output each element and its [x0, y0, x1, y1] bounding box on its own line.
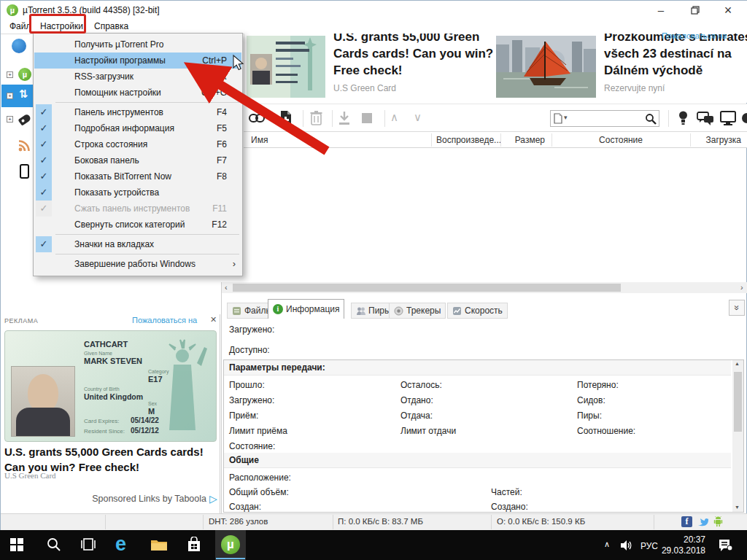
column-status[interactable]: Состояние [551, 135, 690, 145]
expander-plus-icon[interactable]: + [7, 71, 13, 78]
tab-label: Информация [286, 304, 339, 314]
search-input[interactable] [573, 112, 637, 125]
stop-button[interactable] [361, 112, 373, 124]
start-button[interactable] [10, 538, 23, 551]
notification-center-icon[interactable] [718, 538, 732, 552]
total-size-label: Общий объём: [229, 487, 289, 497]
tab-information[interactable]: i Информация [268, 299, 344, 319]
close-button[interactable]: × [716, 1, 740, 20]
column-size[interactable]: Размер [504, 135, 545, 145]
remote-lightbulb-icon[interactable] [678, 111, 688, 125]
taskbar-utorrent-icon[interactable]: µ [221, 535, 240, 554]
ad-headline[interactable]: U.S. grants 55,000 Green Cards cards! Ca… [4, 444, 217, 475]
menu-help[interactable]: Справка [91, 20, 131, 32]
taskbar-search-icon[interactable] [47, 537, 61, 551]
add-torrent-button[interactable] [279, 110, 293, 125]
settings-partial-icon[interactable] [740, 111, 747, 125]
menu-item-tab-icons[interactable]: ✓Значки на вкладках [34, 236, 241, 252]
store-icon[interactable] [187, 537, 201, 553]
menu-item-status-bar[interactable]: ✓Строка состоянияF6 [34, 136, 241, 152]
search-filter-icon[interactable] [554, 113, 562, 124]
card-surname: CATHCART [84, 340, 128, 349]
menu-item-shutdown-windows[interactable]: Завершение работы Windows› [34, 256, 241, 272]
tray-expand-icon[interactable]: ∧ [604, 540, 610, 549]
report-ad-link[interactable]: Пожаловаться на [132, 316, 197, 324]
downloading-icon[interactable]: ⇅ [19, 88, 28, 101]
tab-trackers[interactable]: Трекеры [389, 303, 446, 319]
scroll-up-icon[interactable]: ▲ [735, 361, 740, 366]
scrollbar-thumb[interactable] [233, 284, 621, 292]
ad-source[interactable]: Rezervujte nyní [604, 83, 665, 93]
expander-plus-icon[interactable]: + [7, 93, 13, 99]
column-name[interactable]: Имя [251, 135, 268, 145]
remove-button[interactable] [310, 111, 322, 125]
title-bar[interactable]: µ µTorrent 3.5.3 (build 44358) [32-bit] … [1, 1, 747, 20]
expander-plus-icon[interactable]: + [7, 116, 13, 122]
ad-source: U.S Green Card [4, 471, 56, 480]
scroll-right-icon[interactable]: › [740, 282, 743, 293]
language-indicator[interactable]: РУС [640, 541, 658, 551]
search-icon[interactable] [645, 113, 657, 125]
task-view-button[interactable] [80, 538, 96, 551]
menu-item-preferences[interactable]: Настройки программыCtrl+P [34, 52, 241, 69]
chat-icon[interactable] [697, 112, 714, 125]
checkmark-icon: ✓ [36, 152, 52, 168]
column-download[interactable]: Загрузка [690, 135, 741, 145]
clock[interactable]: 20:37 29.03.2018 [660, 534, 705, 556]
android-icon[interactable] [713, 516, 724, 527]
tab-overflow-button[interactable]: » [729, 300, 745, 316]
menu-item-compact-toolbar: ✓Сжать панель инструментовF11 [34, 201, 241, 217]
minimize-button[interactable]: – [649, 1, 673, 20]
torrents-icon[interactable]: µ [18, 68, 31, 81]
trackers-icon [394, 306, 403, 316]
add-link-button[interactable] [249, 112, 265, 125]
tab-label: Скорость [465, 306, 503, 316]
column-playback[interactable]: Воспроизведе... [436, 135, 501, 145]
menu-item-get-pro[interactable]: Получить µTorrent Pro [34, 36, 241, 52]
ad-source[interactable]: U.S Green Card [333, 83, 396, 93]
devices-monitor-icon[interactable] [720, 111, 736, 125]
scroll-down-icon[interactable]: ▼ [735, 505, 740, 510]
menu-item-toolbar[interactable]: ✓Панель инструментовF4 [34, 104, 241, 120]
ad-image-greencard[interactable] [247, 36, 325, 98]
edge-browser-icon[interactable]: e [115, 533, 126, 556]
labels-tag-icon[interactable] [18, 113, 32, 125]
scroll-left-icon[interactable]: ‹ [225, 282, 228, 293]
taboola-link[interactable]: Sponsored Links by Taboola [1, 494, 206, 504]
ad-image-greencard-large[interactable]: CATHCART Given Name MARK STEVEN Category… [4, 330, 217, 442]
ad-headline[interactable]: Prozkoumejte s Emirates všech 23 destina… [604, 34, 747, 79]
card-given-label: Given Name [84, 351, 112, 356]
location-label: Расположение: [229, 472, 291, 483]
volume-icon[interactable] [620, 540, 633, 551]
ad-headline[interactable]: U.S. grants 55,000 Green Cards cards! Ca… [333, 34, 508, 79]
devices-phone-icon[interactable] [20, 164, 29, 179]
rss-feeds-icon[interactable] [18, 139, 31, 152]
ad-image-boat[interactable] [496, 36, 596, 98]
twitter-icon[interactable] [697, 516, 708, 527]
scrollbar-thumb[interactable] [734, 372, 742, 432]
close-ad-icon[interactable]: ✕ [210, 315, 217, 324]
start-download-button[interactable] [338, 111, 351, 125]
card-country: United Kingdom [84, 392, 143, 401]
menu-item-detailed-info[interactable]: ✓Подробная информацияF5 [34, 120, 241, 136]
file-explorer-icon[interactable] [150, 538, 168, 552]
submenu-arrow-icon: › [233, 258, 236, 269]
move-up-button[interactable]: ∧ [390, 111, 398, 124]
report-ad-link[interactable]: Пожаловаться на [662, 31, 727, 40]
facebook-icon[interactable]: f [681, 516, 692, 527]
tab-speed[interactable]: Скорость [447, 303, 508, 319]
divider [431, 133, 432, 147]
menu-item-sidebar[interactable]: ✓Боковая панельF7 [34, 152, 241, 168]
menu-item-show-devices[interactable]: ✓Показать устройства [34, 184, 241, 201]
menu-item-rss[interactable]: RSS-загрузчикCtrl+R [34, 69, 241, 85]
restore-button[interactable] [683, 1, 708, 20]
share-ratio-label: Соотношение: [577, 426, 635, 436]
move-down-button[interactable]: ∨ [414, 111, 422, 124]
menu-item-bittorrent-now[interactable]: ✓Показать BitTorrent NowF8 [34, 168, 241, 184]
menu-item-collapse-categories[interactable]: Свернуть список категорийF12 [34, 217, 241, 233]
card-sex-label: Sex [148, 401, 157, 406]
menu-item-setup-guide[interactable]: Помощник настройкиCtrl+G [34, 85, 241, 101]
status-label: Состояние: [229, 441, 275, 451]
search-filter-caret-icon[interactable]: ▾ [564, 114, 568, 121]
bittorrent-now-icon[interactable] [12, 39, 26, 53]
